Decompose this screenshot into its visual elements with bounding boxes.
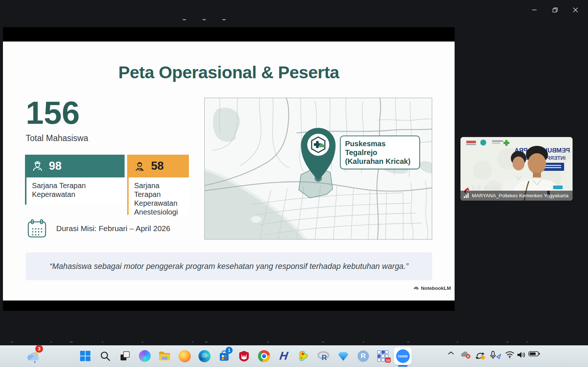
operational-map: Puskesmas Tegalrejo (Kalurahan Kricak) (204, 98, 432, 240)
sync-tray-icon[interactable] (475, 351, 485, 360)
copilot-button[interactable] (137, 349, 152, 363)
hidden-controls-strip (0, 342, 588, 343)
mcafee-button[interactable] (237, 349, 251, 363)
stat-card-keperawatan: 98 Sarjana Terapan Keperawatan (25, 155, 125, 215)
presentation-slide: Peta Operasional & Peserta 156 Total Mah… (3, 42, 455, 301)
microphone-location-icon (490, 351, 501, 360)
chrome-icon (258, 350, 270, 362)
medical-cross-icon (312, 137, 325, 152)
total-students-label: Total Mahasiswa (26, 133, 88, 143)
windows-logo-icon (80, 350, 91, 361)
participant-video-tile[interactable]: PEMBUKAAN PRA INTERPROFESSION (460, 137, 573, 201)
slide-title: Peta Operasional & Peserta (3, 62, 455, 82)
search-icon (100, 350, 111, 361)
close-icon (573, 7, 578, 12)
restore-icon (552, 7, 558, 13)
volume-tray-icon[interactable] (517, 351, 526, 359)
quote-box: “Mahasiswa sebagai motor penggerak progr… (26, 252, 432, 280)
wifi-icon (505, 351, 514, 358)
task-view-icon (119, 350, 130, 361)
calendar-icon (26, 218, 47, 239)
zoom-meeting-window: Peta Operasional & Peserta 156 Total Mah… (0, 0, 588, 367)
map-pin-label: Puskesmas Tegalrejo (Kalurahan Kricak) (340, 136, 420, 169)
folder-icon (158, 350, 171, 361)
sync-arrows-icon (475, 351, 485, 360)
r-app-button[interactable]: R (316, 349, 331, 363)
notebooklm-logo-icon (413, 285, 419, 291)
map-pin-label-line1: Puskesmas Tegalrejo (345, 139, 415, 157)
total-students-value: 156 (26, 97, 80, 129)
signal-bars-icon (464, 193, 469, 198)
gem-icon (338, 351, 348, 361)
h-app-button[interactable]: H (276, 349, 291, 363)
svg-text:R: R (322, 353, 327, 361)
stat-label: Sarjana Terapan Keperawatan Anestesiolog… (127, 177, 189, 215)
screen-share-area: Peta Operasional & Peserta 156 Total Mah… (3, 27, 455, 311)
apps-grid-badge: 15 (385, 357, 391, 363)
map-pin-label-line2: (Kalurahan Kricak) (345, 157, 415, 166)
participant-name-bar: MARYANA_Poltekes Kemenkes Yogyakarta (460, 191, 573, 201)
zoom-app-icon: zoom (396, 349, 410, 363)
notebooklm-label: NotebookLM (421, 285, 451, 291)
chrome-button[interactable] (257, 349, 271, 363)
restore-button[interactable] (545, 4, 565, 16)
window-controls (524, 4, 586, 16)
gis-map-icon (298, 350, 309, 362)
speaker-icon (517, 351, 526, 359)
copilot-icon (139, 350, 151, 362)
widgets-weather-button[interactable]: 3 (26, 347, 43, 364)
notebooklm-branding: NotebookLM (413, 285, 451, 291)
start-button[interactable] (78, 349, 93, 363)
doctor-icon (133, 159, 146, 173)
duration-text: Durasi Misi: Februari – April 2026 (56, 224, 170, 233)
edge-running-indicator (202, 19, 206, 20)
wifi-tray-icon[interactable] (505, 351, 514, 358)
stat-card-anestesiologi: 58 Sarjana Terapan Keperawatan Anestesio… (127, 155, 189, 215)
zoom-active-indicator (398, 365, 408, 367)
weather-cloud-icon (26, 351, 41, 363)
battery-icon (528, 351, 540, 357)
quote-text: “Mahasiswa sebagai motor penggerak progr… (50, 262, 408, 271)
r-logo-icon: R (317, 350, 330, 361)
nurse-icon (31, 159, 44, 173)
file-explorer-button[interactable] (157, 349, 172, 363)
rstudio-icon: R (358, 350, 369, 362)
firefox-running-indicator (183, 19, 186, 20)
mic-tray-icon[interactable] (490, 351, 501, 360)
search-button[interactable] (98, 349, 112, 363)
microsoft-store-button[interactable]: 1 (217, 349, 232, 363)
stat-label: Sarjana Terapan Keperawatan (25, 177, 125, 205)
zoom-app-label: zoom (398, 354, 408, 358)
minimize-icon (532, 7, 537, 12)
firefox-button[interactable] (177, 349, 192, 363)
edge-button[interactable] (197, 349, 212, 363)
edge-icon (198, 350, 211, 362)
gis-app-button[interactable] (296, 349, 311, 363)
stat-value: 58 (151, 159, 164, 173)
stat-value: 98 (49, 159, 61, 173)
stat-cards: 98 Sarjana Terapan Keperawatan 58 (25, 155, 189, 215)
weather-badge: 3 (35, 345, 43, 353)
task-view-button[interactable] (118, 349, 132, 363)
zoom-taskbar-active-tile[interactable]: zoom (394, 347, 412, 365)
rstudio-button[interactable]: R (356, 349, 370, 363)
h-app-icon: H (279, 349, 288, 363)
firefox-icon (179, 350, 191, 362)
chevron-up-icon (448, 351, 454, 355)
participant-name: MARYANA_Poltekes Kemenkes Yogyakarta (472, 193, 569, 198)
onedrive-tray-icon[interactable] (460, 351, 471, 359)
minimize-button[interactable] (524, 4, 545, 16)
mcafee-shield-icon (239, 350, 250, 362)
tray-chevron-button[interactable] (448, 351, 454, 355)
store-badge: 1 (226, 347, 233, 354)
close-button[interactable] (565, 4, 586, 16)
store-running-indicator (222, 19, 226, 20)
onedrive-error-icon (460, 351, 471, 359)
duration-row: Durasi Misi: Februari – April 2026 (26, 218, 170, 239)
gem-app-button[interactable] (336, 349, 351, 363)
battery-tray-icon[interactable] (528, 351, 540, 357)
apps-grid-button[interactable]: 15 (376, 349, 390, 363)
